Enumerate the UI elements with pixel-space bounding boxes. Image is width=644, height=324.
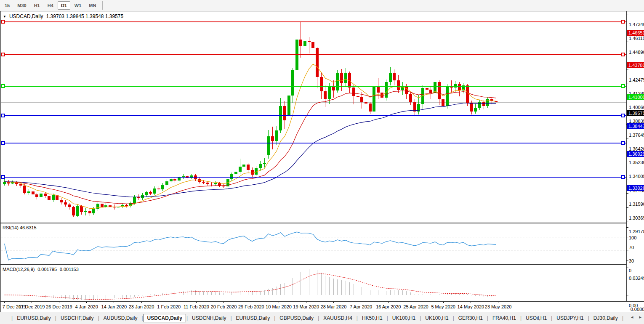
chart-title: ▼ USDCAD,Daily 1.39703 1.39845 1.39548 1… [3, 13, 123, 19]
candle-body [365, 102, 367, 104]
price-axis-label: 1.34005 [629, 174, 644, 179]
chart-tab-eurusd-daily[interactable]: EURUSD,Daily [13, 314, 55, 322]
timeframe-toolbar: 15M30H1H4D1W1MN [0, 0, 644, 11]
macd-axis-label: 0.032493 [629, 276, 644, 281]
candle-body [466, 85, 469, 103]
candle-body [230, 174, 233, 179]
candle-body [234, 172, 237, 175]
tab-scroll-right-icon[interactable]: ▸ [639, 314, 641, 320]
candle-body [206, 183, 209, 184]
candle-body [32, 191, 35, 194]
hline-anchor [622, 53, 625, 56]
time-axis-label: 25 Apr 2020 [403, 304, 428, 309]
time-axis-label: 5 May 2020 [431, 304, 455, 309]
symbol-dropdown-icon[interactable]: ▼ [3, 15, 6, 19]
chart-tab-uk100-h1[interactable]: UK100,H1 [421, 314, 452, 322]
candle-body [259, 164, 262, 167]
candle-body [255, 168, 258, 175]
candle-body [202, 182, 205, 183]
time-axis-label: 26 Dec 2019 [46, 304, 72, 309]
candle-body [40, 194, 43, 197]
candle-body [470, 103, 473, 112]
tab-divider: | [622, 315, 624, 321]
rsi-axis-label: 70 [629, 245, 634, 250]
time-axis-label: 14 May 2020 [458, 304, 484, 309]
chart-tab-usdcad-daily[interactable]: USDCAD,Daily [144, 314, 186, 322]
candle-body [478, 102, 481, 107]
candle-body [474, 108, 477, 112]
chart-window: ▼ USDCAD,Daily 1.39703 1.39845 1.39548 1… [0, 11, 644, 312]
candle-body [308, 41, 311, 42]
candle-body [84, 211, 87, 212]
chart-tab-fra40-h1[interactable]: FRA40,H1 [489, 314, 520, 322]
candle-body [348, 73, 351, 88]
candle-body [458, 84, 461, 90]
chart-tab-ger30-h1[interactable]: GER30,H1 [455, 314, 487, 322]
tab-scroll-buttons: ◂ ▸ [631, 314, 641, 320]
candle-body [405, 86, 408, 94]
candle-body [214, 183, 217, 185]
candle-body [299, 40, 302, 46]
price-level-badge: 1.41000 [627, 94, 644, 100]
price-axis-label: 1.42475 [629, 77, 644, 83]
candle-body [109, 205, 112, 207]
candle-body [291, 70, 294, 96]
hline-anchor [622, 20, 625, 23]
chart-tab-usoil-h1[interactable]: USOil,H1 [522, 314, 551, 322]
chart-tab-usdchf-daily[interactable]: USDCHF,Daily [57, 314, 98, 322]
timeframe-button-d1[interactable]: D1 [58, 1, 70, 10]
chart-tab-uk100-h1[interactable]: UK100,H1 [389, 314, 419, 322]
rsi-axis-label: 30 [629, 258, 634, 264]
price-level-badge: 1.36029 [627, 151, 644, 157]
candle-body [336, 73, 339, 90]
candle-body [413, 102, 416, 112]
current-price-badge: 1.39575 [627, 110, 644, 116]
time-axis-label: 1 Feb 2020 [157, 304, 181, 309]
chart-tab-hk50-h1[interactable]: HK50,H1 [358, 314, 386, 322]
hline-anchor [2, 141, 5, 144]
chart-tab-usdjpy-h1[interactable]: USDJPY,H1 [553, 314, 587, 322]
candle-body [52, 195, 55, 201]
time-axis-label: 10 Mar 2020 [266, 304, 292, 309]
candle-body [80, 206, 83, 212]
candle-body [377, 87, 380, 93]
chart-tab-gbpusd-daily[interactable]: GBPUSD,Daily [276, 314, 317, 322]
candle-body [263, 163, 266, 165]
chart-tabbar: |EURUSD,Daily|USDCHF,Daily|AUDUSD,Daily|… [0, 312, 644, 324]
chart-tab-xauusd-h4[interactable]: XAUUSD,H4 [319, 314, 356, 322]
candle-body [153, 189, 156, 194]
candle-body [60, 200, 63, 202]
timeframe-button-m30[interactable]: M30 [14, 1, 29, 10]
toolbar-separator [102, 1, 103, 10]
timeframe-button-mn[interactable]: MN [85, 1, 99, 10]
candle-body [271, 136, 274, 141]
timeframe-button-h1[interactable]: H1 [31, 1, 43, 10]
macd-signal-line [5, 274, 496, 299]
candle-body [161, 185, 164, 189]
chart-canvas[interactable] [0, 11, 644, 312]
rsi-label: RSI(14) 46.6315 [3, 225, 37, 230]
candle-body [360, 97, 363, 102]
candle-body [19, 184, 22, 186]
candle-body [373, 87, 375, 112]
candle-body [23, 186, 26, 193]
chart-tab-usdcnh-daily[interactable]: USDCNH,Daily [188, 314, 230, 322]
chart-symbol-label: USDCAD,Daily [9, 13, 43, 19]
chart-ohlc-values: 1.39703 1.39845 1.39548 1.39575 [46, 13, 124, 19]
chart-tab-audusd-daily[interactable]: AUDUSD,Daily [100, 314, 141, 322]
candle-body [344, 73, 347, 83]
candle-body [332, 86, 335, 90]
candle-body [190, 175, 193, 178]
candle-body [385, 82, 388, 98]
tab-scroll-left-icon[interactable]: ◂ [631, 314, 633, 320]
chart-tab-eurusd-daily[interactable]: EURUSD,Daily [232, 314, 274, 322]
candle-body [446, 86, 449, 106]
ma-line-21 [5, 91, 496, 204]
timeframe-button-w1[interactable]: W1 [71, 1, 85, 10]
price-axis-label: 1.35230 [629, 160, 644, 165]
timeframe-button-h4[interactable]: H4 [44, 1, 57, 10]
rsi-axis-label: 0 [629, 268, 631, 274]
timeframe-button-15[interactable]: 15 [1, 1, 13, 10]
rsi-line [5, 232, 496, 260]
chart-tab-dj30-daily[interactable]: DJ30,Daily [590, 314, 622, 322]
